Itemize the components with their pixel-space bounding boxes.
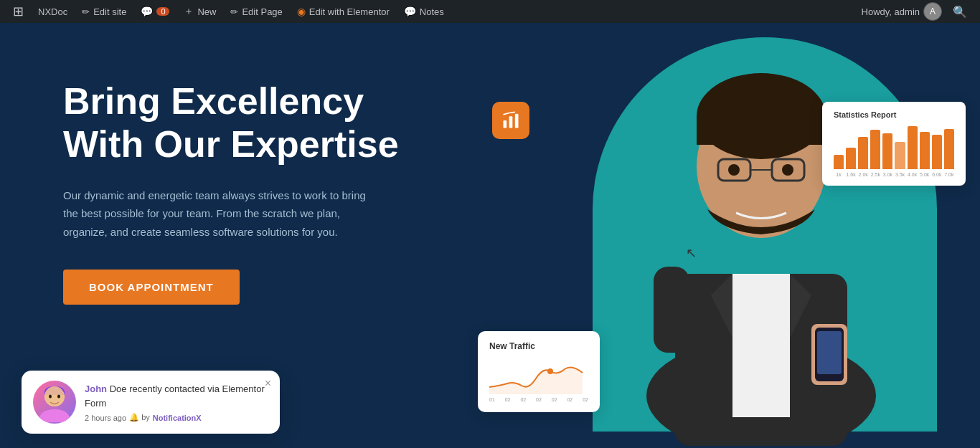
admin-bar: ⊞ NXDoc ✏ Edit site 💬 0 ＋ New ✏ Edit Pag… [0,0,980,23]
chart-bar-label: 3.0k [882,172,892,177]
edit-site-icon: ✏ [82,6,90,17]
notes-icon: 💬 [404,6,416,17]
chart-bar-label: 1k [834,172,844,177]
hero-title: Bring Excellency With Our Expertise [63,80,451,166]
chart-bar [882,133,892,169]
hero-section: Bring Excellency With Our Expertise Our … [0,23,980,448]
site-name-item[interactable]: NXDoc [31,0,75,23]
chart-bar-label: 7.0k [944,172,954,177]
traffic-title: New Traffic [489,341,588,351]
svg-rect-16 [509,116,513,128]
wp-icon: ⊞ [13,4,24,19]
close-button[interactable]: × [265,378,271,389]
svg-rect-14 [654,267,689,353]
elementor-label: Edit with Elementor [309,6,390,17]
chart-bar [944,129,954,169]
chart-bar [895,142,905,169]
notes-label: Notes [420,6,444,17]
svg-point-10 [782,164,793,176]
search-icon[interactable]: 🔍 [946,5,974,19]
svg-rect-2 [732,274,790,417]
bar-chart [834,126,954,169]
chart-bar-label: 3.5k [895,172,905,177]
traffic-label: 02 [552,397,557,402]
svg-rect-13 [817,331,842,374]
traffic-card: New Traffic 01 02 02 02 02 02 02 [478,331,600,412]
admin-bar-right: Howdy, admin A 🔍 [862,2,974,21]
chart-bar-label: 6.0k [932,172,942,177]
svg-rect-5 [697,116,826,145]
notif-time-text: 2 hours ago [85,414,126,422]
mouse-cursor: ↖ [686,245,697,261]
notif-time: 2 hours ago 🔔 by NotificationX [85,413,268,422]
cta-button[interactable]: BOOK APPOINTMENT [63,270,240,305]
notif-avatar [33,381,76,424]
comments-icon: 💬 [141,6,153,17]
chart-bar [908,126,918,169]
traffic-label: 01 [489,397,495,402]
notif-text: John Doe recently contacted via Elemento… [85,382,268,410]
person-illustration [582,23,941,446]
line-chart [489,358,588,394]
new-item[interactable]: ＋ New [176,0,223,23]
traffic-label: 02 [520,397,526,402]
chart-bar-label: 4.0k [908,172,918,177]
elementor-item[interactable]: ◉ Edit with Elementor [290,0,397,23]
chart-bar-label: 5.0k [920,172,930,177]
bar-labels: 1k1.6k2.0k2.5k3.0k3.5k4.0k5.0k6.0k7.0k [834,172,954,177]
edit-page-label: Edit Page [242,6,282,17]
svg-rect-15 [504,120,507,128]
stats-card-title: Statistics Report [834,110,954,119]
chart-bar [932,135,942,169]
chart-bar [846,148,856,169]
statistics-card: Statistics Report 1k1.6k2.0k2.5k3.0k3.5k… [822,102,966,186]
site-name-label: NXDoc [38,6,67,17]
hero-illustration: Statistics Report 1k1.6k2.0k2.5k3.0k3.5k… [456,23,980,448]
svg-rect-17 [515,114,519,128]
chart-bar-label: 2.0k [858,172,868,177]
avatar[interactable]: A [923,2,942,21]
bar-chart-icon [501,110,521,130]
edit-site-label: Edit site [93,6,126,17]
notes-item[interactable]: 💬 Notes [397,0,451,23]
elementor-icon: ◉ [297,6,306,17]
comments-item[interactable]: 💬 0 [133,0,176,23]
edit-site-item[interactable]: ✏ Edit site [75,0,133,23]
traffic-label: 02 [505,397,511,402]
edit-page-item[interactable]: ✏ Edit Page [223,0,289,23]
svg-point-22 [57,395,60,399]
traffic-label: 02 [567,397,573,402]
notif-content: John Doe recently contacted via Elemento… [85,382,268,422]
new-label: New [197,6,216,17]
notification-popup: John Doe recently contacted via Elemento… [22,371,280,434]
hero-description: Our dynamic and energetic team always st… [63,186,379,242]
chart-bar [920,132,930,169]
chart-bar [858,137,868,169]
edit-page-icon: ✏ [230,6,238,17]
notif-by: 🔔 by [129,413,150,422]
howdy-text: Howdy, admin [862,6,920,17]
chart-bar [870,130,880,169]
chart-bar-label: 2.5k [870,172,880,177]
wp-logo-item[interactable]: ⊞ [6,0,31,23]
comments-badge: 0 [156,7,169,16]
hero-content: Bring Excellency With Our Expertise Our … [63,80,451,305]
notif-name: John [85,383,107,394]
chart-bar-label: 1.6k [846,172,856,177]
notif-rest: Doe recently contacted via Elementor For… [85,383,265,409]
new-icon: ＋ [184,5,194,18]
traffic-label: 02 [536,397,542,402]
traffic-labels: 01 02 02 02 02 02 02 [489,397,588,402]
svg-point-9 [728,164,740,176]
svg-point-21 [49,395,52,399]
chart-bar [834,155,844,169]
notif-plugin: NotificationX [153,414,202,422]
stats-icon-box [492,102,529,139]
traffic-label: 02 [583,397,588,402]
